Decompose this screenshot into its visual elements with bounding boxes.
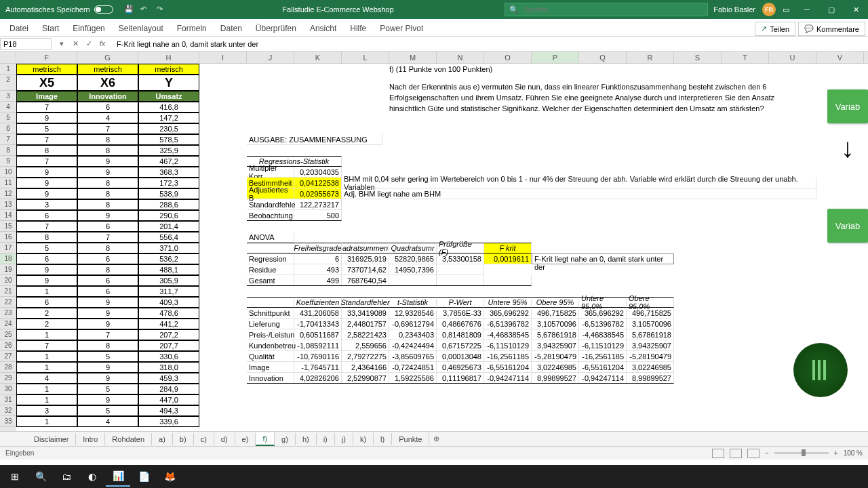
col-header-M[interactable]: M [389,52,437,63]
col-header-S[interactable]: S [674,52,722,63]
tab-einfuegen[interactable]: Einfügen [66,21,111,36]
editing-cell[interactable]: F-Krit liegt nahe an 0, damit stark unte… [532,253,674,264]
cell-N24[interactable]: 0,48667676 [437,319,484,329]
cell-F6[interactable]: 5 [16,123,77,134]
cell-J29[interactable] [247,373,674,384]
cell-L17[interactable]: adratsummen [342,243,389,253]
cell-R26[interactable]: 3,94325907 [627,340,674,351]
col-header-U[interactable]: U [769,52,816,63]
cell-H8[interactable]: 325,9 [138,145,199,156]
row-header-8[interactable]: 8 [0,145,16,156]
cell-F22[interactable]: 6 [16,297,77,308]
start-button[interactable]: ⊞ [3,466,27,487]
cell-O27[interactable]: -16,2561185 [484,351,532,362]
cell-H4[interactable]: 416,8 [138,102,199,113]
task-firefox[interactable]: 🦊 [157,466,182,487]
cell-N27[interactable]: 0,00013048 [437,351,484,362]
sheet-tab-e[interactable]: e) [235,433,256,445]
cell-L11[interactable]: BHM mit 0,04 sehr gering im Wertebereich… [342,178,816,188]
cell-H2[interactable]: Y [138,75,199,91]
cell-G23[interactable]: 9 [77,308,138,319]
cell-F9[interactable]: 7 [16,156,77,167]
cell-J24[interactable]: Lieferung [247,319,294,329]
cell-F19[interactable]: 9 [16,264,77,275]
cell-K10[interactable]: 0,20304035 [294,167,342,178]
sheet-tab-k[interactable]: k) [353,433,374,445]
row-header-17[interactable]: 17 [0,243,16,253]
ribbon-display-icon[interactable]: ▭ [783,5,789,14]
cell-M26[interactable]: -0,42424494 [389,340,437,351]
cell-K25[interactable]: 0,60511687 [294,329,342,340]
zoom-slider[interactable] [774,452,829,454]
cell-F26[interactable]: 7 [16,340,77,351]
zoom-in-icon[interactable]: + [834,449,838,457]
redo-icon[interactable]: ↷ [157,5,166,14]
cell-F23[interactable]: 2 [16,308,77,319]
row-header-26[interactable]: 26 [0,340,16,351]
row-header-32[interactable]: 32 [0,405,16,416]
cancel-icon[interactable]: ✕ [71,39,80,48]
sheet-tab-a[interactable]: a) [152,433,173,445]
cell-J13[interactable]: Standardfehle [247,199,294,210]
cell-J26[interactable]: Kundenbetreu [247,340,294,351]
cell-G6[interactable]: 7 [77,123,138,134]
cell-F25[interactable]: 1 [16,329,77,340]
cell-J20[interactable] [247,275,532,286]
cell-K11[interactable]: 0,04122538 [294,178,342,188]
col-header-N[interactable]: N [437,52,484,63]
row-header-13[interactable]: 13 [0,199,16,210]
cell-P22[interactable]: Obere 95% [532,297,579,308]
cell-H24[interactable]: 441,2 [138,319,199,329]
cell-F20[interactable]: 9 [16,275,77,286]
cell-Q22[interactable]: Untere 95,0% [579,297,627,308]
cell-H5[interactable]: 147,2 [138,113,199,123]
cell-O22[interactable]: Untere 95% [484,297,532,308]
task-app-2[interactable]: ◐ [80,466,104,487]
cell-H3[interactable]: Umsatz [138,91,199,102]
cell-N26[interactable]: 0,67157225 [437,340,484,351]
row-header-3[interactable]: 3 [0,91,16,102]
sheet-tab-Intro[interactable]: Intro [76,433,105,445]
col-header-T[interactable]: T [722,52,769,63]
cell-H11[interactable]: 172,3 [138,178,199,188]
dropdown-icon[interactable]: ▾ [57,39,66,48]
cell-Q23[interactable]: 365,696292 [579,308,627,319]
cell-H15[interactable]: 201,4 [138,221,199,232]
cell-G33[interactable]: 4 [77,416,138,427]
cell-R28[interactable]: 3,02246985 [627,362,674,373]
sheet-tab-Punkte[interactable]: Punkte [392,433,429,445]
cell-G18[interactable]: 6 [77,253,138,264]
row-header-15[interactable]: 15 [0,221,16,232]
task-excel[interactable]: 📊 [106,466,130,487]
cell-O24[interactable]: -6,51396782 [484,319,532,329]
sheet-tab-j[interactable]: j) [335,433,353,445]
row-header-4[interactable]: 4 [0,102,16,113]
cell-G32[interactable]: 5 [77,405,138,416]
tab-ueberpruefen[interactable]: Überprüfen [249,21,303,36]
cell-H19[interactable]: 488,1 [138,264,199,275]
add-sheet-button[interactable]: ⊕ [429,434,443,443]
cell-N28[interactable]: 0,46925673 [437,362,484,373]
cell-H7[interactable]: 578,5 [138,134,199,145]
cell-Q28[interactable]: -6,55161204 [579,362,627,373]
cell-L12[interactable]: Adj. BHM liegt nahe am BHM [342,188,816,199]
cell-F11[interactable]: 9 [16,178,77,188]
cell-J27[interactable]: Qualität [247,351,294,362]
cell-F29[interactable]: 4 [16,373,77,384]
cell-F14[interactable]: 6 [16,210,77,221]
zoom-out-icon[interactable]: − [765,449,769,457]
row-header-1[interactable]: 1 [0,64,16,75]
undo-icon[interactable]: ↶ [140,5,150,14]
cell-H12[interactable]: 538,9 [138,188,199,199]
row-header-18[interactable]: 18 [0,253,16,264]
tab-hilfe[interactable]: Hilfe [343,21,373,36]
cell-H16[interactable]: 556,4 [138,232,199,243]
cell-H31[interactable]: 447,0 [138,394,199,405]
cell-F4[interactable]: 7 [16,102,77,113]
cell-Q25[interactable]: -4,46838545 [579,329,627,340]
cell-O23[interactable]: 365,696292 [484,308,532,319]
fx-icon[interactable]: fx [98,39,107,48]
cell-M23[interactable]: 12,9328546 [389,308,437,319]
cell-H9[interactable]: 467,2 [138,156,199,167]
cell-M22[interactable]: t-Statistik [389,297,437,308]
